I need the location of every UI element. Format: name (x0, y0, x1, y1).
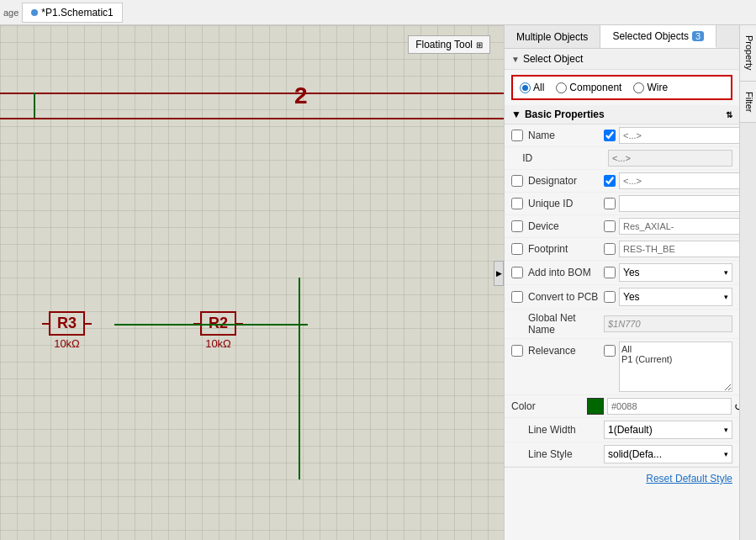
prop-row-line-style: Line Style solid(Defa... ▾ (505, 442, 739, 467)
schematic-tab[interactable]: *P1.Schematic1 (22, 3, 122, 23)
prop-lw-label: Line Width (528, 424, 604, 436)
prop-pcb-check1[interactable] (511, 291, 523, 303)
prop-bom-arrow: ▾ (724, 268, 728, 277)
prop-uid-check2[interactable] (604, 198, 616, 209)
prop-fp-check2[interactable] (604, 243, 616, 255)
selected-count-badge: 3 (692, 31, 704, 41)
prop-row-footprint: Footprint ··· (505, 238, 739, 261)
r3-box: R3 (49, 311, 85, 336)
section-arrow-icon: ▼ (511, 55, 520, 64)
prop-device-label: Device (528, 220, 604, 232)
radio-all-label: All (533, 82, 544, 93)
prop-lw-value: 1(Default) (608, 424, 653, 436)
tab-multiple-objects[interactable]: Multiple Objects (505, 25, 600, 48)
radio-wire[interactable]: Wire (633, 82, 668, 93)
sidebar-tab-property[interactable]: Property (740, 25, 757, 82)
sidebar-tab-filter[interactable]: Filter (740, 82, 757, 123)
radio-wire-circle (633, 82, 644, 93)
prop-fp-input[interactable] (619, 241, 739, 257)
prop-name-check2[interactable] (604, 130, 616, 141)
select-object-label: Select Object (523, 53, 583, 65)
tab-label: *P1.Schematic1 (41, 7, 113, 19)
properties-panel: Multiple Objects Selected Objects 3 ▼ Se… (504, 25, 739, 540)
prop-pcb-value: Yes (623, 291, 640, 303)
floating-tool-bar[interactable]: Floating Tool ⊞ (408, 35, 490, 54)
prop-gnet-label: Global Net Name (528, 312, 604, 336)
basic-props-label: Basic Properties (525, 109, 605, 120)
prop-bom-select[interactable]: Yes ▾ (619, 263, 732, 282)
top-bar: age *P1.Schematic1 (0, 0, 756, 25)
prop-id-label: ID (522, 152, 598, 164)
schematic-canvas[interactable]: Floating Tool ⊞ 2 R3 10kΩ R2 (0, 25, 504, 540)
prop-ls-select[interactable]: solid(Defa... ▾ (604, 445, 732, 463)
r2-value: 10kΩ (205, 337, 231, 350)
prop-device-input[interactable] (619, 218, 739, 235)
prop-uid-check1[interactable] (511, 198, 523, 209)
tab-modified-dot (31, 9, 38, 16)
prop-row-add-bom: Add into BOM Yes ▾ (505, 261, 739, 285)
select-object-header: ▼ Select Object (505, 49, 739, 70)
collapse-icon: ▶ (496, 269, 502, 278)
tab-selected-objects[interactable]: Selected Objects 3 (600, 25, 716, 48)
prop-uid-input[interactable] (619, 195, 739, 212)
prop-row-convert-pcb: Convert to PCB Yes ▾ (505, 285, 739, 310)
prop-device-check1[interactable] (511, 220, 523, 232)
prop-bom-value: Yes (623, 267, 640, 278)
wire-green-v (299, 278, 300, 479)
panel-scroll-area[interactable]: ▼ Select Object All Component (505, 49, 739, 540)
prop-rel-check1[interactable] (511, 345, 523, 357)
prop-rel-check2[interactable] (604, 345, 616, 357)
prop-pcb-select[interactable]: Yes ▾ (619, 288, 732, 306)
right-sidebar: Property Filter (739, 25, 756, 540)
prop-rel-textarea[interactable]: All P1 (Current) (619, 341, 732, 392)
prop-fp-label: Footprint (528, 243, 604, 255)
radio-component-label: Component (569, 82, 621, 93)
prop-row-unique-id: Unique ID (505, 193, 739, 215)
prop-ls-arrow: ▾ (724, 450, 728, 458)
page-icon: age (3, 8, 19, 18)
prop-ls-label: Line Style (528, 448, 604, 460)
prop-row-name: Name (505, 124, 739, 147)
prop-name-check1[interactable] (511, 130, 523, 141)
prop-desig-label: Designator (528, 175, 604, 187)
wire-green-h1 (114, 324, 308, 326)
prop-bom-label: Add into BOM (528, 267, 604, 278)
props-sort-icon[interactable]: ⇅ (726, 110, 732, 119)
props-arrow-icon: ▼ (511, 109, 521, 120)
reset-default-btn[interactable]: Reset Default Style (646, 473, 732, 484)
radio-wire-label: Wire (647, 82, 668, 93)
prop-desig-input[interactable] (619, 172, 739, 189)
prop-desig-check1[interactable] (511, 175, 523, 187)
prop-bom-check1[interactable] (511, 267, 523, 278)
prop-row-id: ID (505, 147, 739, 170)
prop-pcb-check2[interactable] (604, 291, 616, 303)
prop-color-input[interactable] (607, 398, 732, 415)
resistor-r3[interactable]: R3 10kΩ (42, 311, 92, 350)
prop-color-swatch[interactable] (587, 398, 604, 415)
prop-desig-check2[interactable] (604, 175, 616, 187)
prop-row-relevance: Relevance All P1 (Current) (505, 339, 739, 395)
radio-group: All Component Wire (520, 82, 668, 93)
prop-name-input[interactable] (619, 127, 739, 144)
wire-top-h1 (0, 93, 504, 94)
radio-all[interactable]: All (520, 82, 544, 93)
panel-collapse-btn[interactable]: ▶ (494, 261, 504, 286)
radio-component[interactable]: Component (556, 82, 621, 93)
wire-top-h2 (0, 118, 504, 119)
resistor-r2[interactable]: R2 10kΩ (193, 311, 243, 350)
prop-pcb-arrow: ▾ (724, 293, 728, 301)
prop-pcb-label: Convert to PCB (528, 291, 604, 303)
floating-tool-icon: ⊞ (476, 40, 483, 50)
prop-lw-select[interactable]: 1(Default) ▾ (604, 421, 732, 439)
prop-row-global-net: Global Net Name (505, 310, 739, 339)
prop-device-check2[interactable] (604, 220, 616, 232)
prop-fp-check1[interactable] (511, 243, 523, 255)
radio-component-circle (556, 82, 567, 93)
floating-tool-label: Floating Tool (415, 39, 473, 50)
prop-bom-check2[interactable] (604, 267, 616, 278)
prop-id-input[interactable] (608, 150, 732, 167)
wire-left-v1 (34, 93, 35, 118)
prop-gnet-input[interactable] (604, 315, 732, 332)
basic-props-header: ▼ Basic Properties ⇅ (505, 105, 739, 124)
r3-value: 10kΩ (54, 337, 80, 350)
